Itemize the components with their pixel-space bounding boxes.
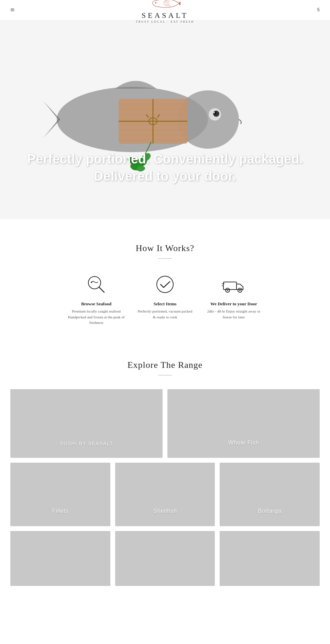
product-card-sushi[interactable]: SUSHI BY SEASALT bbox=[10, 389, 163, 458]
svg-point-32 bbox=[239, 290, 241, 291]
product-card-extra-2-label bbox=[115, 569, 215, 580]
steps-row: Browse Seafood Premium locally caught se… bbox=[10, 272, 320, 326]
logo-tagline: TRUST LOCAL · EAT FRESH bbox=[136, 20, 194, 23]
product-card-extra-3[interactable] bbox=[220, 531, 320, 586]
product-grid-row2: Fillets Shellfish Bottarga bbox=[10, 463, 320, 526]
hamburger-menu-icon[interactable]: ≡ bbox=[10, 6, 14, 14]
explore-range-section: Explore The Range SUSHI BY SEASALT Whole… bbox=[0, 343, 330, 605]
header: ≡ SEASALT TRUST LOCAL · EAT FRESH S bbox=[0, 0, 330, 20]
logo-fish-icon bbox=[150, 0, 180, 10]
step-select: Select Items Perfectly portioned, vacuum… bbox=[131, 272, 199, 320]
logo-text: SEASALT bbox=[142, 11, 189, 20]
product-card-bottarga[interactable]: Bottarga bbox=[220, 463, 320, 526]
explore-range-title: Explore The Range bbox=[10, 360, 320, 370]
select-items-icon bbox=[153, 272, 177, 296]
hero-headline: Perfectly portioned. Conveniently packag… bbox=[0, 151, 330, 185]
hero-image: Perfectly portioned. Conveniently packag… bbox=[0, 20, 330, 219]
product-card-extra-1-label bbox=[10, 569, 110, 580]
product-card-whole-fish-label: Whole Fish bbox=[167, 434, 320, 452]
svg-line-25 bbox=[99, 287, 104, 292]
product-card-extra-2[interactable] bbox=[115, 531, 215, 586]
step-select-desc: Perfectly portioned, vacuum packed & rea… bbox=[136, 308, 194, 320]
browse-seafood-icon bbox=[84, 272, 108, 296]
cart-or-account-button[interactable]: S bbox=[317, 7, 320, 13]
logo[interactable]: SEASALT TRUST LOCAL · EAT FRESH bbox=[136, 0, 194, 23]
product-card-extra-3-label bbox=[220, 569, 320, 580]
product-grid-row3 bbox=[10, 531, 320, 586]
svg-point-26 bbox=[91, 282, 92, 283]
product-card-shellfish-label: Shellfish bbox=[115, 502, 215, 520]
svg-rect-28 bbox=[223, 282, 236, 290]
product-grid-row1: SUSHI BY SEASALT Whole Fish bbox=[10, 389, 320, 458]
product-card-sushi-label: SUSHI BY SEASALT bbox=[10, 435, 163, 452]
how-it-works-title: How It Works? bbox=[10, 243, 320, 253]
svg-point-6 bbox=[213, 112, 215, 113]
product-card-bottarga-label: Bottarga bbox=[220, 502, 320, 520]
product-card-fillets[interactable]: Fillets bbox=[10, 463, 110, 526]
step-browse: Browse Seafood Premium locally caught se… bbox=[62, 272, 131, 326]
svg-point-27 bbox=[157, 276, 173, 293]
step-browse-title: Browse Seafood bbox=[81, 301, 111, 307]
how-it-works-section: How It Works? Browse Seafood Premium loc… bbox=[0, 219, 330, 343]
delivery-truck-icon bbox=[222, 272, 246, 296]
section-divider bbox=[158, 258, 172, 259]
step-browse-desc: Premium locally caught seafood Handpicke… bbox=[67, 308, 125, 326]
hero-section: Perfectly portioned. Conveniently packag… bbox=[0, 20, 330, 219]
product-card-shellfish[interactable]: Shellfish bbox=[115, 463, 215, 526]
explore-range-divider bbox=[158, 375, 172, 375]
svg-point-30 bbox=[227, 290, 228, 291]
step-deliver: We Deliver to your Door 24hr - 48 hr Enj… bbox=[199, 272, 268, 320]
step-select-title: Select Items bbox=[154, 301, 177, 307]
product-card-extra-1[interactable] bbox=[10, 531, 110, 586]
step-deliver-desc: 24hr - 48 hr Enjoy straight away or free… bbox=[205, 308, 263, 320]
product-card-whole-fish[interactable]: Whole Fish bbox=[167, 389, 320, 458]
step-deliver-title: We Deliver to your Door bbox=[210, 301, 257, 307]
product-card-fillets-label: Fillets bbox=[10, 502, 110, 520]
svg-point-0 bbox=[155, 2, 156, 3]
